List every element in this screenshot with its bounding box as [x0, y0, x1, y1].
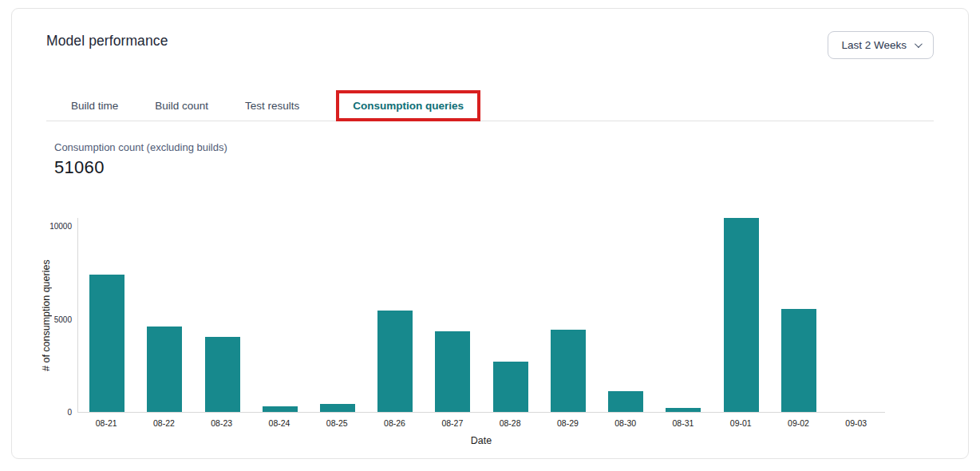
page-title: Model performance	[46, 33, 168, 49]
bar-slot-08-21	[78, 275, 136, 412]
tab-test-results[interactable]: Test results	[245, 100, 299, 112]
x-tick-08-31: 08-31	[654, 418, 712, 428]
bar-08-22	[147, 327, 182, 412]
metric-block: Consumption count (excluding builds) 510…	[54, 141, 934, 178]
y-axis-label: # of consumption queries	[39, 218, 53, 413]
x-tick-09-02: 09-02	[769, 418, 827, 428]
x-tick-08-21: 08-21	[77, 418, 135, 428]
bar-08-29	[551, 330, 586, 412]
x-tick-08-29: 08-29	[539, 418, 596, 428]
period-selector-value: Last 2 Weeks	[841, 39, 907, 51]
bar-slot-08-24	[251, 406, 309, 412]
metric-label: Consumption count (excluding builds)	[54, 141, 934, 153]
bar-slot-08-23	[193, 337, 251, 412]
bar-08-28	[493, 362, 528, 412]
tab-build-count[interactable]: Build count	[155, 100, 208, 112]
bar-09-01	[724, 218, 759, 412]
tab-build-time[interactable]: Build time	[71, 100, 118, 112]
x-tick-08-24: 08-24	[251, 418, 308, 428]
bar-08-27	[435, 331, 470, 412]
bar-08-30	[608, 391, 643, 412]
bar-08-31	[666, 408, 701, 412]
x-axis-ticks: 08-2108-2208-2308-2408-2508-2608-2708-28…	[77, 413, 885, 428]
y-tick-10000: 10000	[49, 222, 72, 231]
card-header: Model performance Last 2 Weeks	[12, 9, 968, 59]
x-tick-08-25: 08-25	[308, 418, 366, 428]
bar-slot-08-29	[539, 330, 597, 412]
x-tick-09-01: 09-01	[712, 418, 769, 428]
bar-slot-08-31	[654, 408, 712, 412]
bar-slot-08-25	[309, 404, 366, 412]
bar-slot-08-27	[424, 331, 481, 412]
y-tick-5000: 5000	[54, 315, 72, 324]
x-tick-08-23: 08-23	[193, 418, 251, 428]
x-tick-08-30: 08-30	[597, 418, 654, 428]
y-axis-ticks: 0500010000	[53, 218, 77, 413]
bar-slot-08-28	[482, 362, 539, 412]
tab-bar: Build time Build count Test results Cons…	[46, 90, 934, 121]
y-tick-0: 0	[67, 408, 72, 417]
bar-08-24	[263, 406, 298, 412]
bar-09-02	[781, 309, 816, 412]
bar-slot-09-02	[770, 309, 828, 412]
bar-slot-08-26	[366, 311, 424, 412]
metric-value: 51060	[54, 157, 934, 178]
period-selector[interactable]: Last 2 Weeks	[828, 31, 934, 59]
x-axis-label: Date	[77, 435, 885, 446]
bar-slot-08-22	[136, 327, 193, 412]
x-tick-08-26: 08-26	[366, 418, 423, 428]
plot-column: 08-2108-2208-2308-2408-2508-2608-2708-28…	[77, 218, 885, 446]
bar-slot-09-01	[712, 218, 769, 412]
plot-area	[77, 218, 885, 413]
bar-08-26	[377, 311, 413, 412]
x-tick-08-28: 08-28	[481, 418, 539, 428]
bar-08-21	[89, 275, 124, 412]
model-performance-card: Model performance Last 2 Weeks Build tim…	[11, 8, 969, 459]
bar-08-25	[320, 404, 355, 412]
chevron-down-icon	[915, 40, 923, 48]
tab-consumption-queries[interactable]: Consumption queries	[336, 90, 480, 121]
consumption-queries-chart: # of consumption queries 0500010000 08-2…	[39, 218, 885, 446]
x-tick-09-03: 09-03	[828, 418, 885, 428]
bar-slot-08-30	[597, 391, 654, 412]
bar-08-23	[205, 337, 240, 412]
x-tick-08-22: 08-22	[135, 418, 192, 428]
x-tick-08-27: 08-27	[424, 418, 481, 428]
